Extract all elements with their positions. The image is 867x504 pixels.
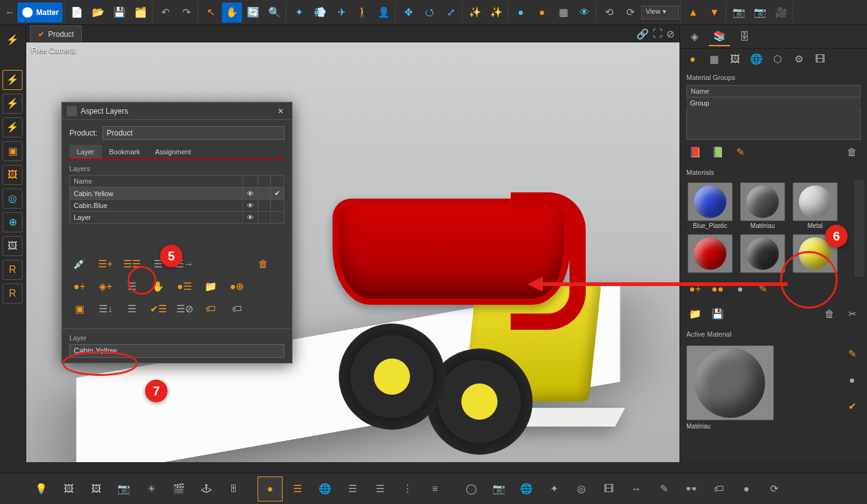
ball-add-btn[interactable]: ●⊕ [227,277,247,296]
rp-tab-library[interactable]: 📚 [709,27,730,46]
bb-layers2-btn[interactable]: ☰ [340,477,365,502]
bb-clap-btn[interactable]: 🎬 [166,477,191,502]
scatter-tool[interactable]: ✦ [289,2,309,22]
new-layer-btn[interactable]: ☰+ [96,255,116,274]
lightning-filter-btn[interactable]: ⚡ [3,94,23,114]
link-icon[interactable]: 🔗 [636,28,649,40]
bb-film-btn[interactable]: 🎞 [596,477,621,502]
bb-lens-btn[interactable]: 📷 [486,477,511,502]
folder-plus-btn[interactable]: 📁 [201,277,221,296]
bb-img2-btn[interactable]: 🖼 [84,477,109,502]
layer-row[interactable]: Cabin.Blue👁 [70,200,284,212]
hex-icon[interactable]: ⬡ [769,51,786,68]
move-gizmo[interactable]: ✥ [398,2,418,22]
wind-tool[interactable]: 💨 [310,2,330,22]
pan-tool[interactable]: ✋ [222,2,242,22]
bb-ball-btn[interactable]: ● [734,477,759,502]
target-plus-btn[interactable]: ⊕ [3,212,23,232]
check-layers-btn[interactable]: ✔☰ [148,300,168,319]
bb-star-btn[interactable]: ✦ [541,477,566,502]
save-all-btn[interactable]: 🗂️ [131,2,151,22]
eye-btn[interactable]: 👁 [574,2,594,22]
save-btn[interactable]: 💾 [109,2,129,22]
diamond-plus-btn[interactable]: ◈+ [96,277,116,296]
bb-target-btn[interactable]: ◎ [569,477,594,502]
r-box-dash-btn[interactable]: R [3,284,23,304]
picture-btn[interactable]: 🖼 [3,165,23,185]
rp-tab-shader[interactable]: ◈ [684,27,705,46]
checker-icon[interactable]: ▦ [705,51,723,68]
active-edit-btn[interactable]: ✎ [843,345,861,363]
lightning-fx-btn[interactable]: ⚡ [3,117,23,137]
refresh1-btn[interactable]: ⟲ [599,2,619,22]
tab-layer[interactable]: Layer [69,145,102,159]
layer-row[interactable]: Cabin.Yellow👁✔ [70,187,284,200]
scale-gizmo[interactable]: ⤢ [441,2,461,22]
bb-pen-btn[interactable]: ✎ [651,477,676,502]
bb-3d-btn[interactable]: 👓 [679,477,704,502]
down-btn[interactable]: ▼ [704,2,724,22]
bb-img1-btn[interactable]: 🖼 [56,477,81,502]
up-btn[interactable]: ▲ [683,2,703,22]
toy-truck-model[interactable] [326,161,614,448]
image-icon[interactable]: 🖼 [726,51,744,68]
tag-btn[interactable]: 🏷 [201,300,221,319]
material-swatch[interactable]: Metal [791,182,839,229]
material-swatch[interactable]: Matériau [739,182,786,229]
product-input[interactable] [103,126,284,140]
image-btn[interactable]: 🖼 [3,236,23,256]
ball1-btn[interactable]: ● [511,2,531,22]
bb-cam-btn[interactable]: 📷 [111,477,136,502]
fx1-btn[interactable]: ✨ [465,2,485,22]
delete-layer-btn[interactable]: 🗑 [253,255,273,274]
bb-opt2-btn[interactable]: ≡ [423,477,448,502]
delete-mat-btn[interactable]: 🗑 [821,305,838,323]
bb-light-btn[interactable]: 💡 [29,477,54,502]
wire-btn[interactable]: ▦ [553,2,573,22]
cam2-btn[interactable]: 📷 [750,2,770,22]
orbit-tool[interactable]: 🔄 [243,2,263,22]
bb-tag-btn[interactable]: 🏷 [706,477,731,502]
bb-globe1-btn[interactable]: 🌐 [313,477,338,502]
undo-btn[interactable]: ↶ [155,2,175,22]
fx2-btn[interactable]: ✨ [486,2,506,22]
dialog-close-btn[interactable]: ✕ [274,105,287,117]
bb-measure-btn[interactable]: ↔ [624,477,649,502]
ball2-btn[interactable]: ● [532,2,552,22]
cam3-btn[interactable]: 🎥 [771,2,791,22]
bb-joy-btn[interactable]: 🕹 [194,477,219,502]
redo-btn[interactable]: ↷ [176,2,196,22]
new-folder-btn[interactable]: 📁 [686,305,704,323]
bb-slider-btn[interactable]: 🎚 [221,477,246,502]
person-tool[interactable]: 👤 [374,2,394,22]
zoom-tool[interactable]: 🔍 [264,2,284,22]
lightning-x-btn[interactable]: ⚡ [3,70,23,90]
rp-tab-archive[interactable]: 🗄 [734,27,755,46]
bb-layers3-btn[interactable]: ☰ [368,477,393,502]
bb-sphere-btn[interactable]: ◯ [459,477,484,502]
frame-btn[interactable]: ▣ [3,141,23,161]
layers-grey2[interactable]: ☰ [122,300,142,319]
cam1-btn[interactable]: 📷 [729,2,749,22]
matter-mode-btn[interactable]: Matter [18,2,63,22]
rotate-gizmo[interactable]: ⭯ [419,2,439,22]
bb-sun-btn[interactable]: ☀ [139,477,164,502]
material-swatch[interactable] [686,234,734,274]
down-layers-btn[interactable]: ☰↓ [96,300,116,319]
dropper-btn[interactable]: 💉 [69,255,89,274]
tab-assignment[interactable]: Assignment [148,145,198,159]
product-tab[interactable]: ✔ Product [30,26,82,42]
refresh2-btn[interactable]: ⟳ [620,2,640,22]
film-icon[interactable]: 🎞 [811,51,829,68]
new-lib-btn[interactable]: 📕 [686,144,704,161]
materials-scrollbar[interactable] [854,180,864,277]
view-dropdown[interactable]: View ▾ [641,6,679,19]
close-tab-icon[interactable]: ⊘ [666,28,674,40]
globe-icon[interactable]: 🌐 [748,51,765,68]
dup-lib-btn[interactable]: 📗 [709,144,726,161]
bb-globe2-btn[interactable]: 🌐 [514,477,539,502]
active-layer-btn[interactable]: ▣ [69,300,89,319]
bb-refresh-btn[interactable]: ⟳ [761,477,786,502]
expand-icon[interactable]: ⛶ [653,28,663,40]
layer-row[interactable]: Layer👁 [70,212,284,224]
